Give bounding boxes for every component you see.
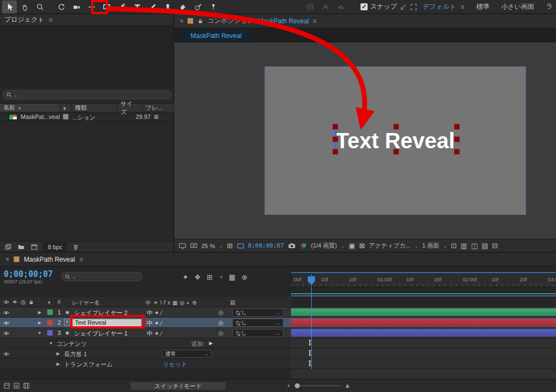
layer-row-3[interactable]: ▼ 3 ★ シェイプレイヤー 1 中 ✦ ∕ ◎ なし ⌄ bbox=[0, 328, 291, 338]
grid-guides-icon[interactable]: ▥ bbox=[460, 242, 467, 250]
trash-icon[interactable] bbox=[72, 243, 79, 251]
channel-flower-icon[interactable] bbox=[300, 242, 307, 250]
layer-1-track[interactable] bbox=[291, 307, 556, 318]
snap-checkbox[interactable]: ✓ bbox=[361, 3, 368, 10]
property-track[interactable]: I bbox=[291, 338, 556, 349]
selection-handle[interactable] bbox=[394, 124, 399, 129]
collapse-arrow-icon[interactable]: ▼ bbox=[37, 331, 42, 336]
zoom-out-mountain-icon[interactable]: ▲ bbox=[287, 383, 290, 387]
mini-flowchart-icon[interactable]: ✦ bbox=[182, 273, 188, 281]
selection-handle[interactable] bbox=[454, 137, 459, 142]
timeline-tab-label[interactable]: MaskPath Reveal bbox=[24, 256, 75, 263]
safe-area-icon[interactable]: ⊞ bbox=[227, 242, 233, 250]
snap-bounds-icon[interactable] bbox=[410, 3, 418, 11]
layer-3-track[interactable] bbox=[291, 328, 556, 338]
layer-2-track[interactable] bbox=[291, 318, 556, 328]
brush-tool-button[interactable] bbox=[145, 1, 160, 14]
panel-menu-icon[interactable]: ≡ bbox=[49, 16, 53, 24]
rulers-icon[interactable]: ◫ bbox=[471, 242, 477, 250]
motion-blur-icon[interactable]: ▦ bbox=[229, 273, 235, 281]
frame-blend-icon[interactable]: ◔ bbox=[218, 273, 223, 281]
close-panel-icon[interactable]: × bbox=[5, 256, 9, 263]
property-name[interactable]: コンテンツ bbox=[56, 340, 87, 348]
current-timecode[interactable]: 0;00;00;07 bbox=[4, 269, 53, 279]
layer-row-1[interactable]: ▶ 1 ★ シェイプレイヤー 2 中 ✦ ∕ ◎ なし ⌄ bbox=[0, 307, 291, 318]
graph-editor-icon[interactable]: ⊕ bbox=[242, 273, 248, 281]
layer-name-column-header[interactable]: レイヤー名 bbox=[72, 299, 100, 307]
panel-menu-icon[interactable]: ≡ bbox=[313, 17, 317, 25]
selection-handle[interactable] bbox=[333, 137, 338, 142]
orbit-tool-button[interactable] bbox=[54, 1, 68, 14]
composition-viewer[interactable]: Text Reveal bbox=[174, 42, 556, 239]
layer-label-chip[interactable] bbox=[47, 330, 53, 336]
flowchart-icon[interactable]: ⊟ bbox=[492, 242, 498, 250]
timeline-button-icon[interactable]: ▤ bbox=[482, 242, 488, 250]
eye-icon[interactable] bbox=[3, 351, 10, 357]
parent-dropdown[interactable]: なし ⌄ bbox=[232, 319, 283, 327]
shy-layers-icon[interactable]: ⊞ bbox=[207, 273, 213, 281]
workspace-tab-standard[interactable]: 標準 bbox=[476, 2, 489, 11]
puppet-pin-tool-button[interactable] bbox=[206, 1, 220, 14]
blend-mode-dropdown[interactable]: 通常 ⌄ bbox=[162, 350, 212, 358]
column-header-type[interactable]: 種類 bbox=[72, 104, 117, 112]
solo-column-icon[interactable]: ◎ bbox=[21, 299, 26, 306]
fast-preview-icon[interactable]: ▣ bbox=[349, 242, 355, 250]
snapshot-camera-icon[interactable] bbox=[288, 242, 296, 249]
motion-blur-switch[interactable]: ◎ bbox=[218, 319, 224, 326]
zoom-level-dropdown[interactable]: 25 % bbox=[201, 243, 215, 249]
layer-name[interactable]: シェイプレイヤー 1 bbox=[74, 330, 128, 338]
panel-menu-icon[interactable]: ≡ bbox=[79, 256, 83, 263]
composition-tab[interactable]: MaskPath Reveal bbox=[182, 30, 250, 42]
hand-tool-button[interactable] bbox=[17, 1, 32, 14]
pen-tool-button[interactable] bbox=[115, 1, 129, 14]
column-header-frame[interactable]: フレ... bbox=[142, 104, 174, 112]
property-name[interactable]: トランスフォーム bbox=[64, 361, 113, 369]
timeline-zoom-slider-track[interactable] bbox=[294, 385, 341, 386]
add-property-button[interactable]: ▶ bbox=[209, 340, 213, 346]
new-folder-icon[interactable] bbox=[17, 243, 25, 251]
interpret-footage-icon[interactable] bbox=[4, 243, 12, 251]
video-column-eye-icon[interactable] bbox=[3, 299, 10, 305]
layer-switches[interactable]: 中 ✦ ∕ bbox=[147, 330, 162, 338]
project-item-row[interactable]: MaskPat...veal ...ション 29.97 ▦ bbox=[0, 112, 174, 122]
property-name[interactable]: 長方形 1 bbox=[64, 350, 87, 358]
column-header-label[interactable]: ♦ bbox=[60, 104, 72, 112]
column-header-size[interactable]: サイズ bbox=[117, 104, 142, 112]
selection-handle[interactable] bbox=[394, 149, 399, 154]
project-search-input[interactable]: ⌄ bbox=[2, 90, 172, 99]
bit-depth-button[interactable]: 8 bpc bbox=[43, 243, 67, 251]
number-column-header[interactable]: # bbox=[58, 299, 61, 305]
eye-icon[interactable] bbox=[3, 331, 10, 336]
parent-dropdown[interactable]: なし ⌄ bbox=[232, 329, 283, 337]
workspace-tab-small-screen[interactable]: 小さい画面 bbox=[501, 2, 534, 11]
snap-angle-icon[interactable] bbox=[400, 3, 407, 11]
eye-icon[interactable] bbox=[3, 310, 10, 315]
timeline-search-input[interactable]: ⌄ bbox=[61, 272, 142, 281]
expand-transfer-controls-icon[interactable] bbox=[13, 382, 20, 389]
selection-handle[interactable] bbox=[454, 149, 459, 154]
zoom-in-mountain-icon[interactable]: ▲ bbox=[344, 382, 351, 389]
property-track[interactable]: I bbox=[291, 349, 556, 359]
composition-canvas[interactable]: Text Reveal bbox=[264, 66, 526, 215]
layer-row-2[interactable]: ▶ 2 T Text Reveal 中 ✦ ∕ ◎ なし ⌄ bbox=[0, 318, 291, 328]
playhead-line[interactable] bbox=[311, 274, 312, 369]
clone-stamp-tool-button[interactable] bbox=[160, 1, 175, 14]
switch-mode-button[interactable]: スイッチ / モード bbox=[130, 382, 226, 390]
label-column-icon[interactable]: ♦ bbox=[48, 299, 50, 305]
zoom-tool-button[interactable] bbox=[33, 1, 47, 14]
monitor-icon[interactable] bbox=[179, 243, 186, 249]
status-timecode[interactable]: 0;00;00;07 bbox=[248, 242, 284, 249]
selection-handle[interactable] bbox=[333, 124, 338, 129]
parent-column-header[interactable]: 親 bbox=[230, 299, 236, 307]
property-row-rectangle[interactable]: ▶ 長方形 1 通常 ⌄ bbox=[0, 349, 291, 359]
pixel-aspect-icon[interactable]: ⊡ bbox=[451, 242, 457, 250]
layer-2-duration-bar[interactable] bbox=[291, 319, 556, 326]
resolution-dropdown[interactable]: (1/4 画質) bbox=[311, 242, 337, 250]
property-row-contents[interactable]: ▼ コンテンツ 追加: ▶ bbox=[0, 338, 291, 349]
camera-view-dropdown[interactable]: アクティブカ... bbox=[369, 242, 410, 250]
property-track[interactable]: I bbox=[291, 359, 556, 369]
layer-1-duration-bar[interactable] bbox=[291, 308, 556, 316]
region-of-interest-icon[interactable] bbox=[237, 243, 244, 249]
view-layout-dropdown[interactable]: 1 画面 bbox=[422, 242, 439, 250]
column-header-name[interactable]: 名前 ▲ bbox=[0, 104, 60, 112]
